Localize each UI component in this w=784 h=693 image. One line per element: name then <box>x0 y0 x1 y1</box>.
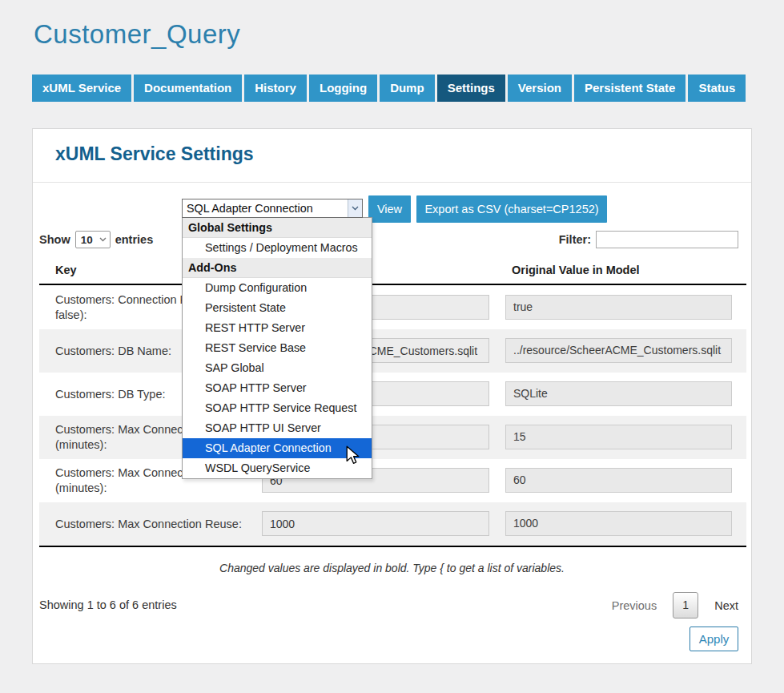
next-page-button[interactable]: Next <box>714 599 738 612</box>
dropdown-option-rest-service-base[interactable]: REST Service Base <box>183 338 372 358</box>
dropdown-option-sap-global[interactable]: SAP Global <box>183 358 372 378</box>
table-row: Customers: Max Connection Age (minutes):… <box>39 416 746 459</box>
table-row: Customers: DB Name: ../resource/ScheerAC… <box>39 329 746 373</box>
setting-original-value: SQLite <box>505 381 732 406</box>
table-footer-row: Showing 1 to 6 of 6 entries Previous 1 N… <box>33 592 751 619</box>
tab-status[interactable]: Status <box>688 75 746 102</box>
column-header-key: Key <box>55 264 77 276</box>
selected-category-value: SQL Adapter Connection <box>183 202 348 215</box>
tab-history[interactable]: History <box>244 75 307 102</box>
dropdown-option-rest-http-server[interactable]: REST HTTP Server <box>183 318 372 338</box>
table-controls-row: Show 10 entries Filter: <box>33 231 751 250</box>
tab-documentation[interactable]: Documentation <box>134 75 242 102</box>
page-number-button[interactable]: 1 <box>673 592 698 618</box>
table-bottom-divider <box>39 546 746 547</box>
page-length-select[interactable]: 10 <box>75 231 111 248</box>
dropdown-group-add-ons: Add-Ons <box>183 258 372 278</box>
setting-original-value: 60 <box>505 468 732 493</box>
tab-dump[interactable]: Dump <box>380 75 435 102</box>
table-row: Customers: Connection Pooling (true/ fal… <box>39 286 746 329</box>
tab-bar: xUML Service Documentation History Loggi… <box>32 75 746 102</box>
select-arrow-zone[interactable] <box>348 199 362 217</box>
setting-original-value: true <box>505 295 732 320</box>
chevron-down-icon <box>99 237 107 242</box>
page-title: Customer_Query <box>34 19 240 50</box>
page-length-control: Show 10 entries <box>39 231 153 248</box>
table-row: Customers: Max Connection Reuse: 1000 <box>39 502 746 546</box>
setting-original-value: ../resource/ScheerACME_Customers.sqlit <box>505 338 732 363</box>
dropdown-option-sql-adapter-connection[interactable]: SQL Adapter Connection <box>183 438 372 458</box>
settings-category-dropdown: Global Settings Settings / Deployment Ma… <box>182 217 372 479</box>
entries-label: entries <box>115 233 154 246</box>
setting-original-value: 15 <box>505 425 732 449</box>
table-header-divider <box>39 284 746 285</box>
dropdown-option-settings-deployment-macros[interactable]: Settings / Deployment Macros <box>183 238 372 258</box>
filter-label: Filter: <box>559 233 591 246</box>
setting-value-input[interactable] <box>262 511 489 536</box>
table-row: Customers: Max Connection Idle Time (min… <box>39 459 746 502</box>
dropdown-group-global-settings: Global Settings <box>183 218 372 238</box>
settings-table-body: Customers: Connection Pooling (true/ fal… <box>39 286 746 546</box>
dropdown-option-soap-http-server[interactable]: SOAP HTTP Server <box>183 378 372 398</box>
tab-logging[interactable]: Logging <box>309 75 377 102</box>
showing-entries-text: Showing 1 to 6 of 6 entries <box>39 598 177 611</box>
filter-control: Filter: <box>559 231 738 248</box>
table-header-row: Key Original Value in Model <box>39 264 746 284</box>
hint-note: Changed values are displayed in bold. Ty… <box>33 562 751 574</box>
previous-page-button[interactable]: Previous <box>612 599 657 612</box>
page-length-value: 10 <box>81 234 93 246</box>
heading-divider <box>33 182 751 183</box>
filter-input[interactable] <box>596 231 738 248</box>
pagination: Previous 1 Next <box>612 592 738 618</box>
table-row: Customers: DB Type: SQLite <box>39 373 746 416</box>
dropdown-option-soap-http-service-request[interactable]: SOAP HTTP Service Request <box>183 398 372 418</box>
tab-settings[interactable]: Settings <box>437 75 505 102</box>
tab-version[interactable]: Version <box>508 75 572 102</box>
dropdown-option-wsdl-queryservice[interactable]: WSDL QueryService <box>183 458 372 478</box>
column-header-original-value: Original Value in Model <box>512 264 640 276</box>
dropdown-option-persistent-state[interactable]: Persistent State <box>183 298 372 318</box>
view-button[interactable]: View <box>368 195 411 223</box>
setting-original-value: 1000 <box>505 511 732 536</box>
chevron-down-icon <box>352 206 359 211</box>
tab-persistent-state[interactable]: Persistent State <box>574 75 685 102</box>
settings-card: xUML Service Settings View Export as CSV… <box>32 128 752 664</box>
export-csv-button[interactable]: Export as CSV (charset=CP1252) <box>416 195 607 223</box>
setting-key: Customers: Max Connection Reuse: <box>55 517 296 532</box>
tab-xuml-service[interactable]: xUML Service <box>32 75 131 102</box>
settings-category-select[interactable]: SQL Adapter Connection <box>182 199 363 218</box>
page: Customer_Query xUML Service Documentatio… <box>0 0 784 693</box>
panel-heading: xUML Service Settings <box>55 143 254 165</box>
dropdown-option-dump-configuration[interactable]: Dump Configuration <box>183 278 372 298</box>
apply-button[interactable]: Apply <box>690 627 738 651</box>
show-label: Show <box>39 233 70 246</box>
dropdown-option-soap-http-ui-server[interactable]: SOAP HTTP UI Server <box>183 418 372 438</box>
